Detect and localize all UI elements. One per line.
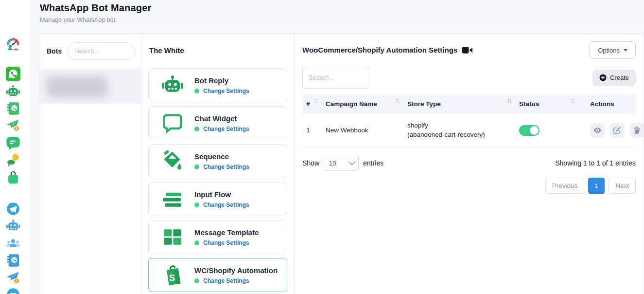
entries-label: entries [363, 159, 383, 167]
pagination: Previous 1 Next [302, 178, 636, 194]
sort-icon [571, 98, 575, 105]
page-1-button[interactable]: 1 [588, 178, 605, 194]
column-header-index[interactable]: # [302, 94, 322, 113]
paint-bucket-icon [161, 150, 184, 172]
video-tutorial-icon[interactable] [462, 46, 472, 54]
page-subtitle: Manage your WhatsApp bot [40, 17, 152, 23]
showing-entries-text: Showing 1 to 1 of 1 entries [555, 159, 636, 167]
selected-bot-name: The White [149, 46, 287, 55]
chevron-down-icon [624, 49, 627, 52]
bots-label: Bots [47, 47, 62, 55]
feature-title: Sequence [194, 152, 249, 161]
feature-title: Chat Widget [194, 114, 249, 123]
contacts-green-icon[interactable] [5, 101, 21, 116]
whatsapp-icon[interactable] [5, 66, 21, 82]
options-button[interactable]: Options [590, 41, 636, 59]
feature-card-input-flow[interactable]: Input Flow Change Settings [148, 182, 287, 216]
view-button[interactable] [590, 123, 605, 138]
feature-card-bot-reply[interactable]: Bot Reply Change Settings [148, 68, 287, 102]
chat-green-icon[interactable] [5, 135, 21, 151]
svg-text:S: S [169, 273, 175, 283]
status-toggle[interactable] [519, 125, 540, 136]
feature-card-chat-widget[interactable]: Chat Widget Change Settings [148, 106, 287, 140]
show-label: Show [302, 159, 319, 167]
bot-name-redacted [47, 76, 107, 97]
automation-settings-panel: WooCommerce/Shopify Automation Settings … [295, 34, 644, 294]
status-dot-icon [194, 165, 199, 169]
page-header: WhatsApp Bot Manager Manage your WhatsAp… [40, 2, 152, 23]
campaign-name-cell: New Webhook [322, 113, 403, 147]
integration-icon[interactable] [5, 152, 21, 168]
bot-manager-card: Bots The White Bot Reply Change Settings [39, 33, 644, 294]
bots-panel: Bots [39, 34, 141, 294]
table-row: 1 New Webhook shopify (abandoned-cart-re… [302, 113, 636, 147]
sort-icon [314, 98, 318, 105]
change-settings-link[interactable]: Change Settings [194, 88, 249, 94]
change-settings-link[interactable]: Change Settings [194, 277, 278, 284]
chevron-down-icon [349, 160, 355, 165]
store-type-cell: shopify (abandoned-cart-recovery) [403, 113, 515, 147]
change-settings-link[interactable]: Change Settings [194, 202, 249, 208]
bars-icon [161, 188, 184, 210]
feature-card-message-template[interactable]: Message Template Change Settings [148, 220, 287, 254]
column-header-campaign-name[interactable]: Campaign Name [322, 94, 403, 113]
features-panel: The White Bot Reply Change Settings Chat… [141, 34, 295, 294]
eye-icon [593, 127, 602, 133]
column-header-status[interactable]: Status [515, 94, 578, 113]
delete-button[interactable] [630, 123, 644, 138]
change-settings-link[interactable]: Change Settings [194, 164, 249, 170]
plus-circle-icon [599, 74, 607, 81]
bots-search-input[interactable] [68, 42, 135, 60]
panel-title: WooCommerce/Shopify Automation Settings [302, 46, 457, 54]
feature-card-wc-shopify-automation[interactable]: S WC/Shopify Automation Change Settings [148, 258, 287, 292]
next-page-button[interactable]: Next [609, 178, 636, 194]
shopify-bag-icon: S [161, 264, 184, 286]
app-icon-rail: 1 1 [0, 0, 31, 294]
previous-page-button[interactable]: Previous [545, 178, 585, 194]
automation-table: # Campaign Name Store Type Status Action… [302, 94, 636, 148]
row-index: 1 [302, 113, 322, 147]
bot-green-icon[interactable] [5, 84, 21, 99]
table-search-input[interactable] [302, 67, 369, 89]
edit-pencil-icon [613, 127, 621, 134]
sort-icon [507, 98, 512, 105]
feature-card-sequence[interactable]: Sequence Change Settings [148, 144, 287, 178]
feature-title: Bot Reply [194, 76, 249, 85]
feature-title: Message Template [194, 228, 259, 237]
dashboard-gauge-icon[interactable] [5, 36, 21, 52]
campaign-green-icon[interactable]: 1 [5, 118, 21, 133]
chat-blue-icon[interactable] [5, 287, 21, 294]
trash-icon [634, 127, 641, 134]
robot-icon [161, 74, 184, 96]
store-bag-icon[interactable] [5, 170, 21, 185]
status-dot-icon [194, 127, 199, 131]
create-button[interactable]: Create [592, 70, 636, 86]
status-dot-icon [194, 240, 199, 245]
svg-text:1: 1 [16, 126, 18, 131]
group-blue-icon[interactable] [5, 236, 21, 251]
grid-icon [161, 226, 184, 248]
column-header-store-type[interactable]: Store Type [403, 94, 515, 113]
status-dot-icon [194, 202, 199, 207]
bot-list-item-selected[interactable] [39, 69, 141, 104]
feature-title: WC/Shopify Automation [194, 266, 278, 275]
page-title: WhatsApp Bot Manager [40, 2, 152, 14]
feature-title: Input Flow [194, 190, 249, 199]
contacts-blue-icon[interactable] [5, 253, 21, 268]
sort-icon [396, 98, 400, 105]
status-dot-icon [194, 278, 199, 283]
campaign-blue-icon[interactable]: 1 [5, 270, 21, 286]
change-settings-link[interactable]: Change Settings [194, 126, 249, 132]
bot-blue-icon[interactable] [5, 218, 21, 234]
entries-per-page-select[interactable]: 10 [324, 156, 359, 171]
chat-bubble-icon [161, 112, 184, 134]
svg-text:1: 1 [16, 278, 18, 283]
telegram-icon[interactable] [5, 201, 21, 217]
edit-button[interactable] [610, 123, 625, 138]
change-settings-link[interactable]: Change Settings [194, 239, 259, 246]
column-header-actions: Actions [578, 94, 636, 113]
status-dot-icon [194, 89, 199, 93]
